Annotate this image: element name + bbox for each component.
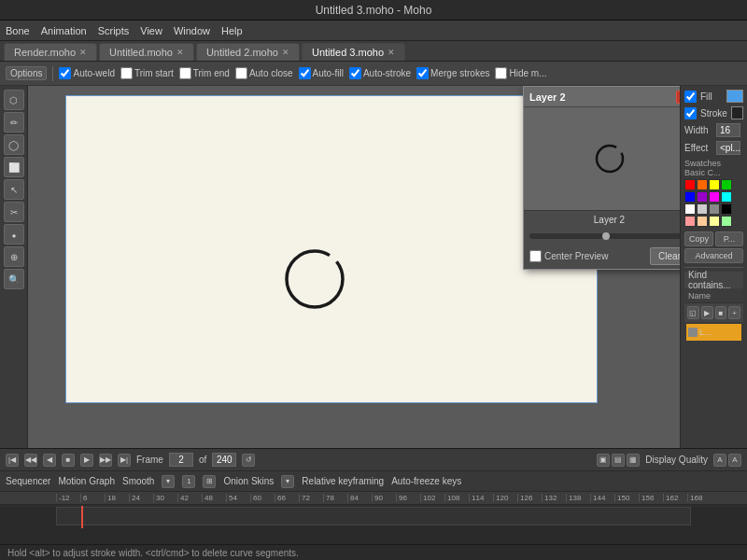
auto-weld-checkbox[interactable] <box>59 67 71 79</box>
copy-button[interactable]: Copy <box>684 231 713 246</box>
aa-btn-2[interactable]: A <box>728 454 741 467</box>
total-frames-input[interactable] <box>212 453 236 467</box>
p-button[interactable]: P... <box>715 231 743 246</box>
trim-start-option[interactable]: Trim start <box>120 67 174 79</box>
menu-help[interactable]: Help <box>221 25 243 36</box>
tool-9[interactable]: 🔍 <box>4 269 24 289</box>
layers-btn-1[interactable]: ◱ <box>687 306 699 319</box>
tool-3[interactable]: ◯ <box>4 134 24 155</box>
tool-7[interactable]: ⬥ <box>4 224 24 245</box>
clear-button[interactable]: Clear <box>650 247 680 265</box>
center-preview-checkbox[interactable] <box>529 250 542 262</box>
menu-animation[interactable]: Animation <box>41 25 87 36</box>
layers-btn-4[interactable]: + <box>728 306 740 319</box>
options-button[interactable]: Options <box>6 66 47 80</box>
tab-untitled3[interactable]: Untitled 3.moho ✕ <box>302 43 405 61</box>
swatch-cell[interactable] <box>697 191 708 203</box>
trim-start-checkbox[interactable] <box>120 67 133 79</box>
tl-btn-end[interactable]: ▶| <box>118 454 131 467</box>
swatch-cell[interactable] <box>697 203 708 215</box>
swatch-cell[interactable] <box>697 216 708 227</box>
canvas-area[interactable]: Layer 2 × Layer 2 · Center Preview <box>28 86 680 448</box>
smooth-dropdown[interactable]: ▾ <box>162 475 175 488</box>
tab-untitled2[interactable]: Untitled 2.moho ✕ <box>196 43 300 61</box>
smooth-arrow[interactable]: ⊞ <box>203 475 216 488</box>
tool-6[interactable]: ✂ <box>4 202 24 222</box>
timeline-track[interactable] <box>56 507 691 525</box>
menu-bone[interactable]: Bone <box>6 25 30 36</box>
frame-input[interactable] <box>169 453 193 467</box>
tl-btn-r3[interactable]: ▦ <box>627 454 640 467</box>
auto-weld-option[interactable]: Auto-weld <box>59 67 114 79</box>
tl-btn-r1[interactable]: ▣ <box>597 454 610 467</box>
tab-close-untitled[interactable]: ✕ <box>176 48 184 57</box>
auto-fill-option[interactable]: Auto-fill <box>299 67 344 79</box>
tl-btn-2[interactable]: ◀◀ <box>24 454 37 467</box>
tool-1[interactable]: ⬡ <box>4 90 24 110</box>
tool-4[interactable]: ⬜ <box>4 157 24 177</box>
fill-checkbox[interactable] <box>684 91 697 103</box>
tool-2[interactable]: ✏ <box>4 112 24 133</box>
motion-graph-label[interactable]: Motion Graph <box>58 476 115 486</box>
fill-color-swatch[interactable] <box>726 90 743 103</box>
swatch-cell[interactable] <box>684 216 696 227</box>
tl-btn-prev[interactable]: ◀ <box>43 454 56 467</box>
swatch-cell[interactable] <box>721 216 732 227</box>
menu-view[interactable]: View <box>140 25 162 36</box>
merge-strokes-checkbox[interactable] <box>416 67 429 79</box>
tab-untitled[interactable]: Untitled.moho ✕ <box>99 43 194 61</box>
sequencer-label[interactable]: Sequencer <box>6 476 50 486</box>
trim-end-checkbox[interactable] <box>179 67 191 79</box>
swatch-cell[interactable] <box>721 179 732 190</box>
swatch-cell[interactable] <box>697 179 708 190</box>
layers-btn-3[interactable]: ■ <box>715 306 727 319</box>
tab-close-untitled2[interactable]: ✕ <box>282 48 289 57</box>
swatch-cell[interactable] <box>684 191 696 203</box>
tl-btn-loop[interactable]: ↺ <box>242 454 255 467</box>
auto-close-option[interactable]: Auto close <box>235 67 293 79</box>
swatch-cell[interactable] <box>684 179 696 190</box>
tab-close-render[interactable]: ✕ <box>79 48 87 57</box>
layer2-close-button[interactable]: × <box>676 91 680 104</box>
merge-strokes-option[interactable]: Merge strokes <box>416 67 489 79</box>
tl-btn-stop[interactable]: ■ <box>62 454 75 467</box>
swatch-cell[interactable] <box>709 191 720 203</box>
relative-kf-label[interactable]: Relative keyframing <box>302 476 384 486</box>
slider-thumb[interactable] <box>602 232 610 240</box>
auto-stroke-option[interactable]: Auto-stroke <box>349 67 411 79</box>
tool-5[interactable]: ↖ <box>4 179 24 200</box>
center-preview-option[interactable]: Center Preview <box>529 250 608 262</box>
layers-btn-2[interactable]: ▶ <box>701 306 713 319</box>
smooth-num[interactable]: 1 <box>182 475 195 488</box>
tab-close-untitled3[interactable]: ✕ <box>388 48 395 57</box>
auto-fill-checkbox[interactable] <box>299 67 311 79</box>
onion-skins-label[interactable]: Onion Skins <box>223 476 274 486</box>
stroke-color-swatch[interactable] <box>731 106 743 119</box>
auto-stroke-checkbox[interactable] <box>349 67 361 79</box>
layer2-slider[interactable] <box>529 233 680 239</box>
advanced-button[interactable]: Advanced <box>684 248 743 263</box>
tl-btn-play[interactable]: ▶ <box>80 454 93 467</box>
tool-8[interactable]: ⊕ <box>4 246 24 267</box>
smooth-label[interactable]: Smooth <box>122 476 154 486</box>
swatch-cell[interactable] <box>684 203 696 215</box>
menu-window[interactable]: Window <box>174 25 210 36</box>
auto-close-checkbox[interactable] <box>235 67 247 79</box>
tl-btn-next[interactable]: ▶▶ <box>99 454 112 467</box>
hide-m-option[interactable]: Hide m... <box>495 67 546 79</box>
swatch-cell[interactable] <box>709 203 720 215</box>
menu-scripts[interactable]: Scripts <box>98 25 130 36</box>
tl-btn-1[interactable]: |◀ <box>6 454 19 467</box>
swatch-cell[interactable] <box>721 191 732 203</box>
layer-row-2[interactable]: L... <box>686 324 741 341</box>
aa-btn-1[interactable]: A <box>713 454 726 467</box>
hide-m-checkbox[interactable] <box>495 67 507 79</box>
trim-end-option[interactable]: Trim end <box>179 67 230 79</box>
swatch-cell[interactable] <box>709 179 720 190</box>
swatch-cell[interactable] <box>721 203 732 215</box>
tl-btn-r2[interactable]: ▤ <box>612 454 625 467</box>
swatch-cell[interactable] <box>709 216 720 227</box>
tab-render[interactable]: Render.moho ✕ <box>4 43 97 61</box>
onion-dropdown[interactable]: ▾ <box>281 475 294 488</box>
stroke-checkbox[interactable] <box>684 107 697 119</box>
